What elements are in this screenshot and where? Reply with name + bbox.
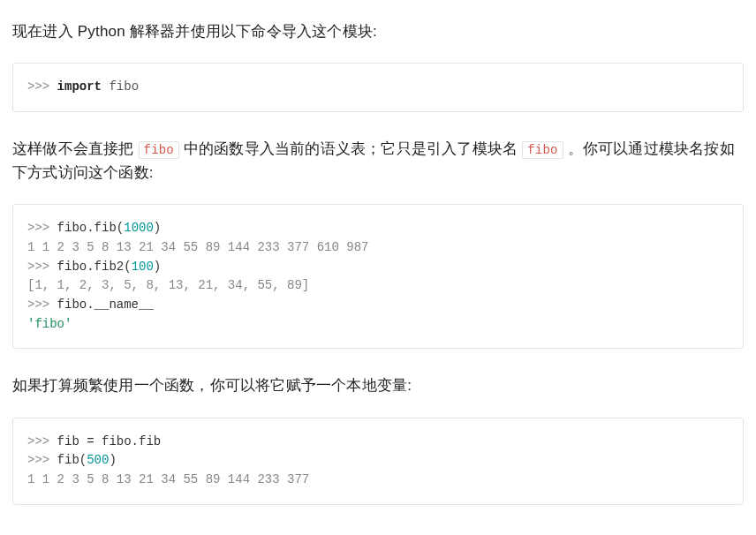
module-name: fibo — [109, 79, 139, 94]
call: fibo.fib( — [57, 221, 125, 235]
code-block-import: >>> import fibo — [12, 63, 744, 112]
paragraph-explain: 这样做不会直接把 fibo 中的函数导入当前的语义表；它只是引入了模块名 fib… — [12, 137, 744, 185]
inline-code-fibo: fibo — [139, 141, 179, 159]
call: ) — [154, 260, 161, 274]
output-line: 1 1 2 3 5 8 13 21 34 55 89 144 233 377 6… — [27, 240, 368, 254]
number-literal: 1000 — [124, 221, 154, 235]
paragraph-intro: 现在进入 Python 解释器并使用以下命令导入这个模块: — [12, 19, 744, 43]
prompt: >>> — [27, 79, 57, 94]
call: fibo.fib2( — [57, 260, 132, 274]
inline-code-fibo: fibo — [522, 141, 563, 159]
prompt: >>> — [27, 260, 57, 274]
call: ) — [154, 221, 161, 235]
keyword-import: import — [57, 79, 102, 94]
call: fib( — [57, 453, 87, 467]
code-block-usage: >>> fibo.fib(1000) 1 1 2 3 5 8 13 21 34 … — [12, 204, 744, 349]
assignment: fib = fibo.fib — [57, 434, 162, 448]
prompt: >>> — [27, 453, 57, 467]
text-segment: 中的函数导入当前的语义表；它只是引入了模块名 — [179, 140, 522, 157]
call: fibo.__name__ — [57, 298, 154, 312]
string-literal: 'fibo' — [27, 317, 72, 331]
prompt: >>> — [27, 434, 57, 448]
prompt: >>> — [27, 221, 57, 235]
prompt: >>> — [27, 298, 57, 312]
paragraph-alias: 如果打算频繁使用一个函数，你可以将它赋予一个本地变量: — [12, 373, 744, 397]
number-literal: 100 — [132, 260, 154, 274]
output-line: [1, 1, 2, 3, 5, 8, 13, 21, 34, 55, 89] — [27, 278, 309, 292]
text-segment: 这样做不会直接把 — [12, 140, 139, 157]
call: ) — [109, 453, 116, 467]
number-literal: 500 — [87, 453, 109, 467]
output-line: 1 1 2 3 5 8 13 21 34 55 89 144 233 377 — [27, 472, 309, 486]
code-block-alias: >>> fib = fibo.fib >>> fib(500) 1 1 2 3 … — [12, 418, 744, 505]
